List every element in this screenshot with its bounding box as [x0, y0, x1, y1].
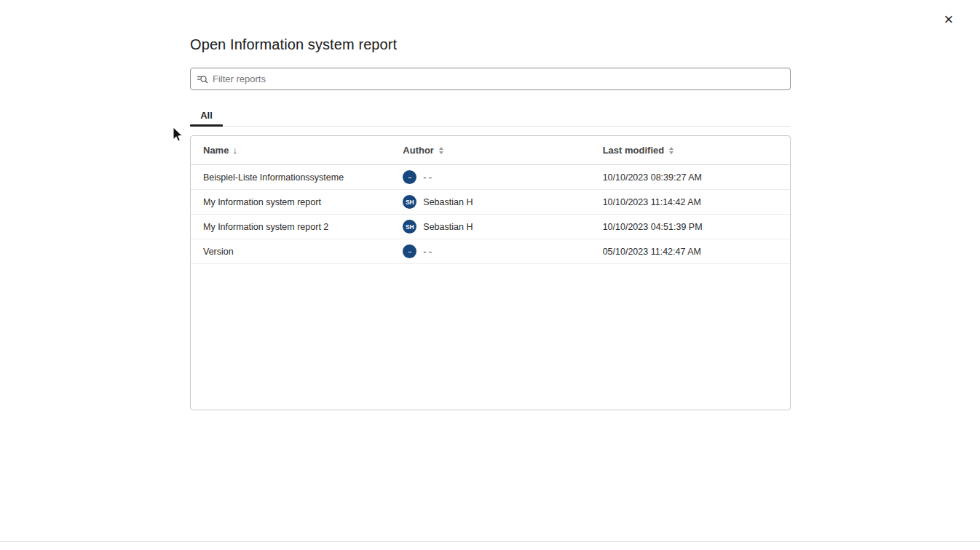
filter-search-icon — [197, 73, 208, 85]
filter-reports-box[interactable] — [190, 68, 791, 90]
author-avatar: SH — [403, 195, 416, 209]
sort-carets-icon — [669, 147, 673, 154]
author-avatar: – — [403, 244, 416, 258]
table-row[interactable]: Beispiel-Liste Informationssysteme – - -… — [191, 165, 790, 190]
row-name-link[interactable]: My Information system report — [203, 197, 321, 207]
column-header-last-modified-label: Last modified — [603, 145, 665, 156]
row-name-link[interactable]: My Information system report 2 — [203, 222, 328, 232]
cell-last-modified: 10/10/2023 11:14:42 AM — [590, 190, 790, 214]
column-header-author-label: Author — [403, 145, 434, 156]
tab-all[interactable]: All — [190, 103, 223, 127]
dialog-title: Open Information system report — [190, 36, 397, 53]
cell-author: – - - — [390, 239, 590, 263]
cell-author: SH Sebastian H — [390, 190, 590, 214]
cell-name: Beispiel-Liste Informationssysteme — [191, 165, 390, 189]
tab-bar-divider — [190, 126, 791, 127]
author-name: - - — [423, 247, 432, 257]
cell-author: SH Sebastian H — [390, 215, 590, 239]
author-avatar: – — [403, 170, 416, 184]
row-modified: 10/10/2023 04:51:39 PM — [603, 222, 703, 232]
table-body: Beispiel-Liste Informationssysteme – - -… — [191, 165, 790, 264]
author-name: Sebastian H — [423, 222, 473, 232]
table-row[interactable]: My Information system report SH Sebastia… — [191, 190, 790, 215]
sort-descending-icon: ↓ — [232, 146, 237, 155]
cell-name: My Information system report 2 — [191, 215, 390, 239]
author-name: Sebastian H — [423, 197, 473, 207]
reports-table: Name ↓ Author Last modified Beispiel-Lis… — [190, 135, 791, 410]
cell-name: My Information system report — [191, 190, 390, 214]
column-header-author[interactable]: Author — [390, 136, 590, 164]
mouse-cursor — [172, 127, 185, 143]
filter-reports-input[interactable] — [213, 73, 784, 84]
author-avatar: SH — [403, 220, 416, 234]
column-header-name-label: Name — [203, 145, 229, 156]
close-icon[interactable]: × — [939, 10, 958, 29]
author-name: - - — [423, 172, 432, 183]
column-header-last-modified[interactable]: Last modified — [590, 136, 790, 164]
row-modified: 10/10/2023 08:39:27 AM — [603, 172, 702, 183]
table-row[interactable]: My Information system report 2 SH Sebast… — [191, 215, 790, 239]
sort-carets-icon — [439, 147, 443, 154]
table-header-row: Name ↓ Author Last modified — [191, 136, 790, 165]
cell-name: Version — [191, 239, 390, 263]
page-bottom-divider — [0, 541, 980, 542]
column-header-name[interactable]: Name ↓ — [191, 136, 390, 164]
row-name-link[interactable]: Beispiel-Liste Informationssysteme — [203, 172, 344, 183]
cell-last-modified: 05/10/2023 11:42:47 AM — [590, 239, 790, 263]
row-modified: 05/10/2023 11:42:47 AM — [603, 247, 701, 257]
cell-author: – - - — [390, 165, 590, 189]
table-row[interactable]: Version – - - 05/10/2023 11:42:47 AM — [191, 239, 790, 264]
dialog-page: × Open Information system report All Nam… — [0, 0, 980, 550]
row-name-link[interactable]: Version — [203, 247, 234, 257]
cell-last-modified: 10/10/2023 04:51:39 PM — [590, 215, 790, 239]
active-tab-underline — [190, 124, 223, 127]
cell-last-modified: 10/10/2023 08:39:27 AM — [590, 165, 790, 189]
row-modified: 10/10/2023 11:14:42 AM — [603, 197, 701, 207]
